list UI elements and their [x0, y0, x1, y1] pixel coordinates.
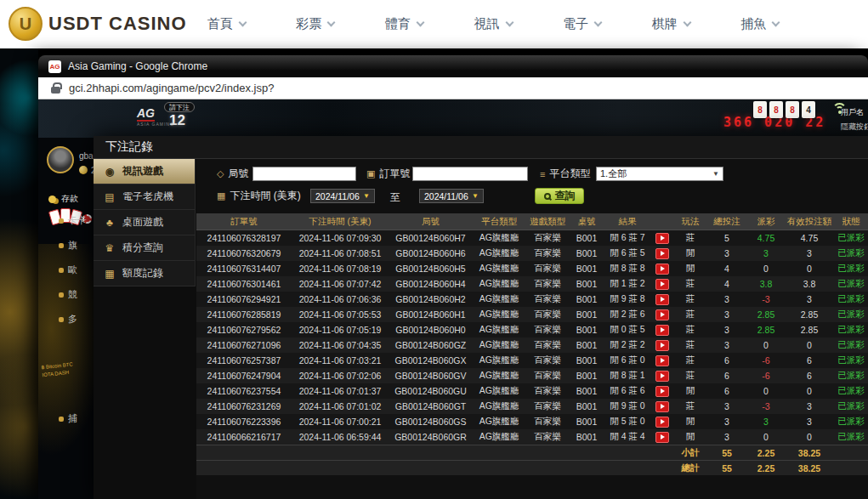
cell-platform: AG旗艦廳 [473, 429, 525, 445]
cell-time: 2024-11-06 06:59:44 [292, 429, 389, 445]
replay-play-button[interactable] [655, 401, 669, 412]
cell-order: 241106076271096 [196, 337, 292, 353]
total-status [833, 461, 868, 475]
replay-play-button[interactable] [655, 264, 669, 275]
cell-bet: 4 [707, 276, 746, 292]
cell-valid: 4.75 [786, 230, 833, 246]
column-header: 桌號 [570, 213, 604, 230]
nav-item-fishing[interactable]: 捕魚 [715, 0, 804, 48]
chrome-titlebar[interactable]: AG Asia Gaming - Google Chrome [38, 55, 868, 77]
cell-play: 莊 [673, 292, 707, 307]
cell-platform: AG旗艦廳 [473, 399, 525, 414]
nav-item-sports[interactable]: 體育 [360, 0, 449, 48]
cell-round: GB00124B060GU [389, 383, 473, 399]
table-row: 2411060762573872024-11-06 07:03:21GB0012… [196, 353, 868, 368]
cell-valid: 6 [786, 353, 833, 368]
site-logo[interactable]: U USDT CASINO [9, 7, 187, 41]
cell-order: 241106076237554 [196, 383, 292, 399]
cell-replay [651, 368, 673, 383]
cell-status: 已派彩 [833, 414, 868, 429]
date-from-select[interactable]: 2024/11/06▼ [310, 189, 375, 203]
cell-bet: 6 [707, 368, 746, 383]
replay-play-button[interactable] [655, 340, 669, 351]
cell-valid: 3.8 [786, 276, 833, 292]
column-header: 平台類型 [473, 213, 525, 230]
menu-item-video-games[interactable]: ◉視訊遊戲 [94, 159, 195, 184]
cell-play: 閒 [673, 414, 707, 429]
replay-play-button[interactable] [655, 325, 669, 336]
replay-play-button[interactable] [655, 386, 669, 397]
replay-play-button[interactable] [655, 248, 669, 259]
cell-payout: 3.8 [746, 276, 786, 292]
deposit-button[interactable]: 存款 [48, 193, 78, 205]
cell-time: 2024-11-06 07:05:19 [292, 322, 389, 337]
cell-table_no: B001 [570, 399, 604, 414]
calendar-icon: ▦ [217, 190, 225, 201]
replay-play-button[interactable] [655, 233, 669, 244]
replay-play-button[interactable] [655, 309, 669, 320]
menu-item-points-query[interactable]: ♛積分查詢 [94, 235, 195, 261]
nav-item-slots[interactable]: 電子 [537, 0, 627, 48]
cell-result: 閒 2 莊 6 [604, 307, 651, 322]
chrome-urlbar[interactable]: gci.2hhapi.com/agingame/pcv2/index.jsp? [38, 77, 868, 99]
chevron-down-icon [683, 19, 691, 27]
bet-countdown-value: 12 [169, 112, 185, 129]
cell-round: GB00124B060GX [389, 353, 473, 368]
nav-label: 捕魚 [740, 16, 766, 32]
play-icon [661, 327, 665, 332]
replay-play-button[interactable] [655, 279, 669, 290]
main-nav: 首頁 彩票 體育 視訊 電子 棋牌 捕魚 [182, 0, 804, 48]
cell-table_no: B001 [570, 383, 604, 399]
coin-icon [79, 166, 88, 174]
cell-payout: -3 [746, 292, 786, 307]
column-header: 結果 [604, 213, 651, 230]
platform-select-value: 1.全部 [600, 167, 627, 180]
cell-status: 已派彩 [833, 246, 868, 261]
nav-item-live-video[interactable]: 視訊 [449, 0, 538, 48]
menu-item-quota-records[interactable]: ▦額度記錄 [94, 261, 195, 286]
cell-result: 閒 6 莊 7 [604, 230, 651, 246]
menu-label: 桌面遊戲 [122, 215, 163, 230]
user-info-fragment: 用戶名 隱藏按鈕 [841, 107, 868, 133]
platform-select[interactable]: 1.全部▼ [596, 167, 723, 181]
menu-item-table-games[interactable]: ♣桌面遊戲 [94, 210, 195, 235]
nav-item-lottery[interactable]: 彩票 [271, 0, 360, 48]
search-button[interactable]: 查詢 [535, 188, 584, 204]
order-number-input[interactable] [412, 167, 528, 181]
cell-round: GB00124B060H2 [389, 292, 473, 307]
cell-game: 百家樂 [525, 414, 570, 429]
cell-time: 2024-11-06 07:08:19 [292, 261, 389, 276]
column-header: 狀態 [833, 213, 868, 230]
cell-order: 241106076320679 [196, 246, 292, 261]
replay-play-button[interactable] [655, 432, 669, 443]
cell-valid: 3 [786, 399, 833, 414]
round-number-input[interactable] [252, 167, 356, 181]
cell-result: 閒 1 莊 2 [604, 276, 651, 292]
menu-label: 額度記錄 [122, 266, 163, 281]
cell-table_no: B001 [570, 261, 604, 276]
date-to-select[interactable]: 2024/11/06▼ [419, 189, 484, 203]
table-row: 2411060763281972024-11-06 07:09:30GB0012… [196, 230, 868, 246]
table-games-icon: ♣ [104, 217, 116, 229]
avatar[interactable] [47, 146, 74, 173]
play-icon [661, 404, 665, 409]
nav-item-card-games[interactable]: 棋牌 [627, 0, 716, 48]
video-camera-icon: ◉ [104, 166, 116, 178]
menu-item-slot-machines[interactable]: ▤電子老虎機 [94, 184, 195, 210]
replay-play-button[interactable] [655, 371, 669, 382]
cell-game: 百家樂 [525, 429, 570, 445]
replay-play-button[interactable] [655, 294, 669, 305]
column-header: 玩法 [673, 213, 707, 230]
site-logo-text: USDT CASINO [48, 13, 187, 35]
replay-play-button[interactable] [655, 417, 669, 428]
nav-item-home[interactable]: 首頁 [182, 0, 271, 48]
column-header [651, 213, 673, 230]
cell-payout: 3 [746, 414, 786, 429]
cell-table_no: B001 [570, 292, 604, 307]
to-label: 至 [390, 190, 400, 205]
play-icon [661, 358, 665, 363]
lock-icon [51, 87, 60, 94]
cell-order: 241106076279562 [196, 322, 292, 337]
cell-round: GB00124B060H5 [389, 261, 473, 276]
replay-play-button[interactable] [655, 355, 669, 366]
